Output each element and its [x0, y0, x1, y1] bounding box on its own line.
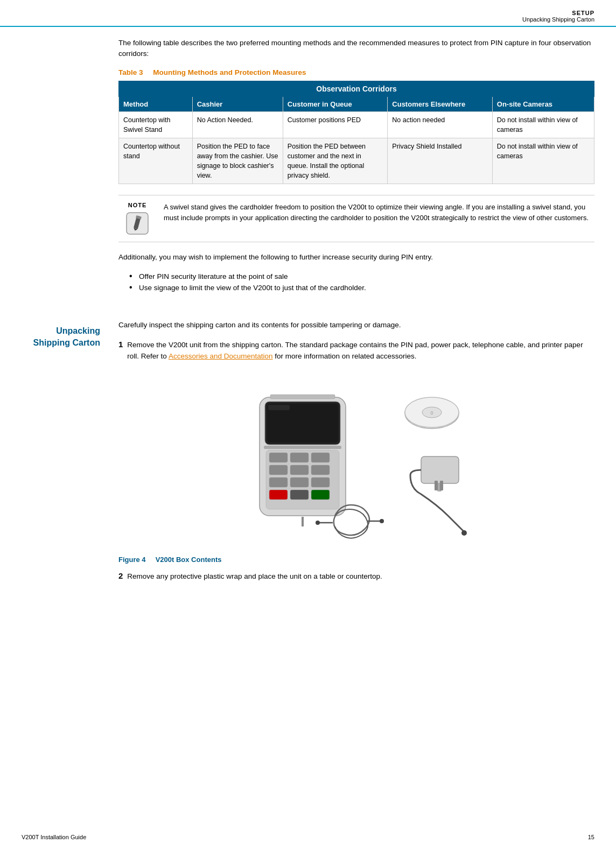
figure-caption-text: V200t Box Contents	[156, 556, 222, 564]
table-label: Mounting Methods and Protection Measures	[153, 68, 306, 76]
additionally-text: Additionally, you may wish to implement …	[118, 252, 594, 263]
note-label: NOTE	[128, 202, 147, 208]
svg-rect-10	[290, 453, 309, 462]
svg-rect-17	[311, 477, 330, 487]
unpack-intro: Carefully inspect the shipping carton an…	[118, 320, 594, 331]
row1-method: Countertop with Swivel Stand	[119, 111, 193, 138]
step1-num: 1	[118, 340, 123, 371]
content-area: The following table describes the two pr…	[0, 27, 616, 315]
svg-rect-12	[269, 465, 288, 475]
table-column-headers: Method Cashier Customer in Queue Custome…	[119, 96, 594, 111]
svg-rect-13	[290, 465, 309, 475]
step2-num: 2	[118, 571, 123, 582]
list-item: Offer PIN security literature at the poi…	[129, 271, 594, 283]
svg-point-34	[316, 521, 320, 525]
svg-rect-22	[264, 446, 341, 449]
svg-rect-16	[290, 477, 309, 487]
svg-rect-11	[311, 453, 330, 462]
row1-cashier: No Action Needed.	[192, 111, 283, 138]
table-row: Countertop with Swivel Stand No Action N…	[119, 111, 594, 138]
col-header-cashier: Cashier	[192, 96, 283, 111]
col-header-cameras: On-site Cameras	[492, 96, 594, 111]
row2-elsewhere: Privacy Shield Installed	[388, 138, 492, 184]
row2-cameras: Do not install within view of cameras	[492, 138, 594, 184]
svg-rect-30	[435, 481, 438, 490]
svg-point-32	[461, 530, 467, 536]
row2-cashier: Position the PED to face away from the c…	[192, 138, 283, 184]
figure-caption: Figure 4 V200t Box Contents	[118, 556, 594, 564]
svg-rect-28	[421, 456, 459, 483]
list-item: Use signage to limit the view of the V20…	[129, 282, 594, 294]
svg-rect-18	[269, 490, 288, 500]
footer-right: 15	[588, 834, 594, 840]
col-header-method: Method	[119, 96, 193, 111]
table-title: Table 3 Mounting Methods and Protection …	[118, 68, 594, 76]
step2: 2 Remove any protective plastic wrap and…	[118, 571, 594, 582]
page-header: Setup Unpacking Shipping Carton	[0, 0, 616, 27]
row1-queue: Customer positions PED	[283, 111, 387, 138]
header-subtitle: Unpacking Shipping Carton	[0, 16, 594, 23]
unpacking-section: Unpacking Shipping Carton Carefully insp…	[0, 315, 616, 594]
figure-area: 0	[118, 381, 594, 548]
step1: 1 Remove the V200t unit from the shippin…	[118, 340, 594, 371]
table-num: Table 3	[118, 68, 143, 76]
svg-rect-19	[290, 490, 309, 500]
v200t-box-contents-image: 0	[200, 381, 513, 548]
unpacking-content: Carefully inspect the shipping carton an…	[113, 315, 616, 594]
section-heading: Unpacking Shipping Carton	[16, 325, 108, 349]
header-setup: Setup	[0, 10, 594, 16]
note-pencil-icon	[125, 212, 149, 235]
svg-rect-15	[269, 477, 288, 487]
mounting-table: Observation Corridors Method Cashier Cus…	[118, 81, 594, 185]
intro-text: The following table describes the two pr…	[118, 38, 594, 60]
note-text: A swivel stand gives the cardholder free…	[164, 202, 594, 223]
row2-method: Countertop without stand	[119, 138, 193, 184]
accessories-link[interactable]: Accessories and Documentation	[169, 352, 273, 360]
svg-rect-31	[440, 481, 443, 490]
svg-rect-7	[268, 405, 290, 410]
bullet-list: Offer PIN security literature at the poi…	[129, 271, 594, 294]
footer-left: V200T Installation Guide	[22, 834, 86, 840]
svg-rect-9	[269, 453, 288, 462]
step1-text: Remove the V200t unit from the shipping …	[127, 340, 594, 362]
left-margin	[0, 27, 113, 315]
row1-cameras: Do not install within view of cameras	[492, 111, 594, 138]
table-row: Countertop without stand Position the PE…	[119, 138, 594, 184]
col-header-queue: Customer in Queue	[283, 96, 387, 111]
svg-point-36	[380, 519, 384, 523]
page-container: Setup Unpacking Shipping Carton The foll…	[0, 0, 616, 850]
section-heading-area: Unpacking Shipping Carton	[0, 315, 113, 594]
figure-num: Figure 4	[118, 556, 146, 564]
row1-elsewhere: No action needed	[388, 111, 492, 138]
svg-rect-20	[311, 490, 330, 500]
main-content: The following table describes the two pr…	[113, 27, 616, 315]
col-header-elsewhere: Customers Elsewhere	[388, 96, 492, 111]
svg-text:0: 0	[430, 410, 433, 416]
observation-corridors-header: Observation Corridors	[119, 81, 594, 96]
footer-page-num: 15	[588, 834, 594, 840]
note-label-col: NOTE	[118, 202, 156, 235]
note-box: NOTE A swivel stand gives the cardholder…	[118, 195, 594, 242]
svg-rect-21	[270, 395, 335, 399]
svg-rect-14	[311, 465, 330, 475]
step2-text: Remove any protective plastic wrap and p…	[127, 571, 382, 582]
table-header-top: Observation Corridors	[119, 81, 594, 96]
footer-guide-label: V200T Installation Guide	[22, 834, 86, 840]
row2-queue: Position the PED between customer and th…	[283, 138, 387, 184]
